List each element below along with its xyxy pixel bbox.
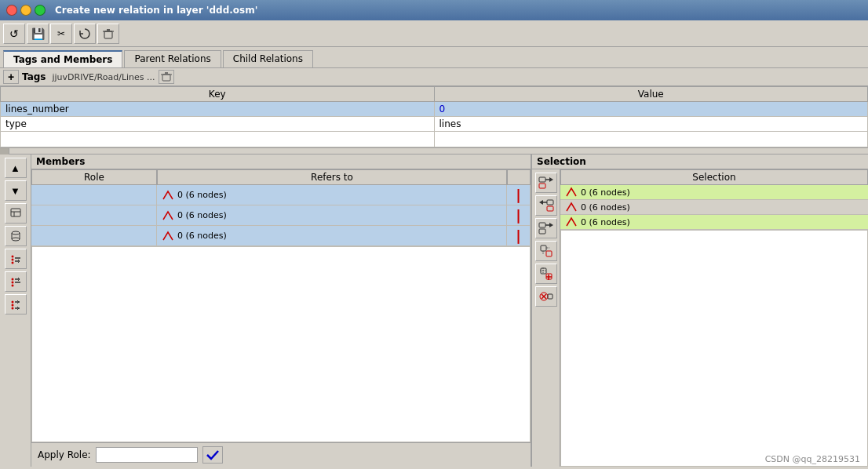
list-item[interactable]: 0 (6 nodes) bbox=[560, 215, 868, 230]
sel-cell: 0 (6 nodes) bbox=[560, 185, 868, 199]
tags-key-header: Key bbox=[1, 87, 435, 102]
sel-node-icon bbox=[565, 187, 578, 198]
remove-from-members-button[interactable] bbox=[535, 195, 557, 216]
sel-cell: 0 (6 nodes) bbox=[560, 215, 868, 229]
svg-point-24 bbox=[11, 304, 13, 307]
sort-up-dots-button[interactable] bbox=[5, 271, 27, 292]
table-row[interactable]: lines_number 0 bbox=[1, 102, 868, 117]
tabs-bar: Tags and Members Parent Relations Child … bbox=[0, 47, 868, 68]
member-indicator-cell: | bbox=[507, 226, 531, 245]
svg-rect-40 bbox=[541, 245, 546, 251]
members-role-header: Role bbox=[31, 169, 157, 185]
member-indicator-cell: | bbox=[507, 185, 531, 205]
svg-point-19 bbox=[11, 282, 13, 284]
tag-empty-value[interactable] bbox=[434, 132, 868, 147]
apply-role-input[interactable] bbox=[96, 447, 198, 463]
sel-node-icon bbox=[565, 202, 578, 213]
list-item[interactable]: 0 (6 nodes) bbox=[560, 200, 868, 215]
toolbar-refresh-button[interactable] bbox=[74, 24, 96, 44]
tag-value-cell[interactable]: 0 bbox=[434, 102, 868, 117]
move-up-button[interactable]: ▲ bbox=[5, 158, 27, 178]
svg-rect-28 bbox=[539, 177, 545, 182]
apply-role-button[interactable] bbox=[202, 446, 223, 464]
window-controls[interactable] bbox=[6, 5, 46, 16]
svg-rect-6 bbox=[11, 209, 20, 216]
sel-text: 0 (6 nodes) bbox=[581, 217, 630, 227]
member-refers-cell: 0 (6 nodes) bbox=[157, 205, 507, 225]
cylinder-button[interactable] bbox=[5, 226, 27, 246]
selection-header: Selection bbox=[532, 155, 868, 169]
tab-parent-relations[interactable]: Parent Relations bbox=[124, 50, 221, 67]
svg-rect-53 bbox=[548, 294, 553, 299]
window-title: Create new relation in layer 'ddd.osm' bbox=[55, 5, 257, 16]
add-tag-button[interactable]: + bbox=[3, 70, 19, 84]
selection-table: Selection 0 (6 nodes) bbox=[560, 169, 868, 467]
svg-point-12 bbox=[12, 238, 20, 241]
red-indicator: | bbox=[516, 187, 521, 203]
red-indicator: | bbox=[516, 227, 521, 244]
tag-value-cell[interactable]: lines bbox=[434, 117, 868, 132]
sel-cell: 0 (6 nodes) bbox=[560, 200, 868, 214]
edit-member-button[interactable] bbox=[5, 203, 27, 224]
bottom-section: ▲ ▼ bbox=[0, 155, 868, 467]
toolbar-cut-button[interactable]: ✂ bbox=[50, 24, 72, 44]
selection-col-header: Selection bbox=[560, 169, 868, 185]
member-row[interactable]: 0 (6 nodes) | bbox=[31, 185, 531, 205]
toolbar-undo-button[interactable]: ↺ bbox=[3, 24, 25, 44]
member-refers-text: 0 (6 nodes) bbox=[177, 231, 227, 241]
members-empty-area bbox=[31, 246, 531, 442]
table-row[interactable] bbox=[1, 132, 868, 147]
sort-down-dots-button[interactable] bbox=[5, 249, 27, 269]
members-section-header: Members bbox=[31, 155, 531, 169]
red-indicator: | bbox=[516, 207, 521, 224]
select-all-button[interactable] bbox=[535, 218, 557, 238]
watermark: CSDN @qq_28219531 bbox=[765, 454, 860, 464]
move-down-button[interactable]: ▼ bbox=[5, 180, 27, 201]
deselect-nodes-button[interactable] bbox=[535, 286, 557, 307]
svg-rect-35 bbox=[547, 206, 553, 211]
tag-key-cell[interactable]: lines_number bbox=[1, 102, 435, 117]
selection-toolbar bbox=[532, 169, 560, 467]
table-row[interactable]: type lines bbox=[1, 117, 868, 132]
list-item[interactable]: 0 (6 nodes) bbox=[560, 185, 868, 200]
member-role-cell bbox=[31, 226, 157, 245]
tag-empty-key[interactable] bbox=[1, 132, 435, 147]
members-extra-header bbox=[507, 169, 531, 185]
sort-mixed-button[interactable] bbox=[5, 294, 27, 314]
minimize-button[interactable] bbox=[20, 5, 31, 16]
svg-point-20 bbox=[11, 285, 13, 287]
maximize-button[interactable] bbox=[35, 5, 46, 16]
title-bar: Create new relation in layer 'ddd.osm' bbox=[0, 0, 868, 20]
svg-rect-36 bbox=[539, 223, 545, 227]
members-columns-header: Role Refers to bbox=[31, 169, 531, 185]
member-row[interactable]: 0 (6 nodes) | bbox=[31, 205, 531, 226]
svg-rect-31 bbox=[539, 184, 545, 188]
zoom-in-button[interactable] bbox=[535, 264, 557, 284]
tab-child-relations[interactable]: Child Relations bbox=[223, 50, 313, 67]
node-icon bbox=[162, 190, 174, 201]
members-refers-header: Refers to bbox=[157, 169, 507, 185]
svg-rect-39 bbox=[539, 229, 545, 234]
delete-tag-button[interactable] bbox=[159, 70, 174, 84]
svg-point-25 bbox=[11, 307, 13, 310]
zoom-to-selection-button[interactable] bbox=[535, 241, 557, 261]
add-to-members-button[interactable] bbox=[535, 173, 557, 193]
close-button[interactable] bbox=[6, 5, 17, 16]
svg-point-14 bbox=[11, 259, 13, 261]
svg-marker-38 bbox=[549, 223, 553, 227]
tag-key-cell[interactable]: type bbox=[1, 117, 435, 132]
selection-content: Selection 0 (6 nodes) bbox=[532, 169, 868, 467]
tab-tags-and-members[interactable]: Tags and Members bbox=[3, 50, 122, 67]
member-role-cell bbox=[31, 185, 157, 205]
toolbar-save-button[interactable]: 💾 bbox=[27, 24, 49, 44]
svg-point-9 bbox=[12, 231, 20, 234]
svg-point-23 bbox=[11, 301, 13, 304]
svg-rect-32 bbox=[547, 200, 553, 205]
member-row[interactable]: 0 (6 nodes) | bbox=[31, 226, 531, 246]
toolbar-delete-button[interactable] bbox=[97, 24, 119, 44]
member-refers-cell: 0 (6 nodes) bbox=[157, 226, 507, 245]
sel-text: 0 (6 nodes) bbox=[581, 202, 630, 213]
svg-point-13 bbox=[11, 256, 13, 258]
selection-label: Selection bbox=[537, 156, 586, 167]
tags-section: + Tags jjuvDRIVE/Road/Lines ... Key Valu… bbox=[0, 68, 868, 155]
